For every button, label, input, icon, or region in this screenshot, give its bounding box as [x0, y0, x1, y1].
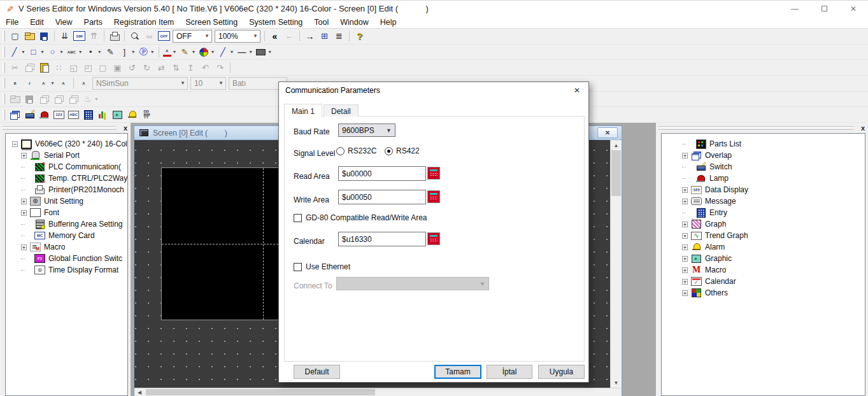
- tree-item-switch[interactable]: Switch: [662, 161, 865, 173]
- save-file-button[interactable]: [37, 29, 52, 43]
- vertical-scroll-thumb[interactable]: [611, 150, 621, 196]
- expand-toggle[interactable]: +: [682, 222, 688, 227]
- lamp-parts-button[interactable]: [37, 108, 52, 122]
- tab-detail[interactable]: Detail: [324, 104, 359, 117]
- help-button[interactable]: ?: [352, 29, 367, 43]
- italic-button[interactable]: I: [22, 76, 37, 90]
- off-toggle-button[interactable]: OFF: [157, 29, 171, 43]
- tree-item-others[interactable]: +Others: [662, 287, 865, 299]
- toolbar-drag-handle[interactable]: [3, 46, 5, 57]
- left-panel-gripper[interactable]: [3, 126, 117, 130]
- tree-item-macro[interactable]: +MMacro: [662, 264, 865, 276]
- dropdown-arrow-icon[interactable]: ▼: [267, 50, 272, 54]
- ok-button[interactable]: Tamam: [434, 365, 481, 379]
- dropdown-arrow-icon[interactable]: ▼: [78, 50, 83, 54]
- graphic-parts-button[interactable]: [110, 108, 125, 122]
- off-mode-select[interactable]: OFF▼: [173, 30, 212, 43]
- vertical-scroll-track[interactable]: [611, 196, 622, 378]
- expand-toggle[interactable]: +: [682, 153, 688, 159]
- dropdown-arrow-icon[interactable]: ▼: [192, 50, 196, 54]
- calendar-input[interactable]: $u16330: [338, 232, 426, 246]
- restore-button[interactable]: [809, 1, 839, 17]
- close-button[interactable]: ✕: [839, 1, 868, 17]
- fill-type-button[interactable]: ▼: [254, 45, 273, 59]
- menu-parts[interactable]: Parts: [78, 17, 108, 28]
- dropdown-arrow-icon[interactable]: ▼: [50, 81, 55, 85]
- tree-item-unit-setting[interactable]: +Unit Setting: [6, 195, 127, 207]
- apply-button[interactable]: Uygula: [538, 365, 585, 379]
- scroll-down-button[interactable]: ▼: [611, 378, 622, 388]
- draw-rect-button[interactable]: □▼: [27, 45, 46, 59]
- tree-item-alarm[interactable]: +Alarm: [662, 241, 865, 253]
- rs232c-radio-circle[interactable]: [336, 147, 345, 155]
- dropdown-arrow-icon[interactable]: ▼: [40, 50, 45, 54]
- tree-item-lamp[interactable]: Lamp: [662, 173, 865, 184]
- download-to-unit-button[interactable]: ⇊: [57, 29, 72, 43]
- tree-item-font[interactable]: +Font: [6, 207, 127, 218]
- open-file-button[interactable]: [22, 29, 37, 43]
- gd80-checkbox[interactable]: [294, 214, 302, 222]
- expand-toggle[interactable]: +: [682, 244, 688, 250]
- tree-item-entry[interactable]: Entry: [662, 207, 865, 218]
- scale-tool-button[interactable]: ]▼: [118, 45, 137, 59]
- simulator-button[interactable]: SIM: [72, 29, 87, 43]
- new-file-button[interactable]: ▢: [8, 29, 22, 43]
- toolbar-drag-handle[interactable]: [3, 94, 5, 104]
- right-panel-gripper[interactable]: [658, 126, 854, 130]
- expand-toggle[interactable]: +: [682, 187, 688, 193]
- tree-item-global-function-switc[interactable]: F1Global Function Switc: [6, 253, 127, 264]
- toolbar-drag-handle[interactable]: [3, 110, 5, 120]
- paste-button[interactable]: [37, 60, 52, 74]
- dialog-close-button[interactable]: ✕: [572, 85, 582, 95]
- collapse-toggle[interactable]: −: [12, 141, 18, 147]
- menu-edit[interactable]: Edit: [24, 17, 50, 28]
- tree-item-plc-communication[interactable]: PLC Communication(: [6, 161, 127, 173]
- switch-parts-button[interactable]: [22, 108, 37, 122]
- p-mark-button[interactable]: Ⓟ▼: [137, 45, 156, 59]
- environment-select-button[interactable]: [233, 60, 248, 74]
- draw-circle-button[interactable]: ○▼: [46, 45, 65, 59]
- tree-item-printer-pr201monoch[interactable]: Printer(PR201Monoch: [6, 184, 127, 195]
- message-parts-button[interactable]: ABC: [66, 108, 81, 122]
- draw-text-button[interactable]: ABC▼: [65, 45, 84, 59]
- expand-toggle[interactable]: +: [682, 199, 688, 204]
- dropdown-arrow-icon[interactable]: ▼: [97, 50, 102, 54]
- expand-toggle[interactable]: +: [682, 233, 688, 239]
- print-button[interactable]: [107, 29, 122, 43]
- entry-parts-button[interactable]: [81, 108, 96, 122]
- gd80-checkbox-row[interactable]: GD-80 Compatible Read/Write Area: [294, 213, 427, 222]
- expand-toggle[interactable]: +: [682, 267, 688, 273]
- menu-file[interactable]: File: [0, 17, 24, 28]
- use-ethernet-checkbox[interactable]: [294, 263, 302, 271]
- horizontal-scroll-thumb[interactable]: [146, 389, 375, 395]
- tree-item-calendar[interactable]: +Calendar: [662, 276, 865, 287]
- toolbar-drag-handle[interactable]: [3, 78, 5, 88]
- calendar-address-button[interactable]: [427, 232, 440, 245]
- horizontal-scrollbar[interactable]: ◀: [134, 388, 622, 396]
- menu-view[interactable]: View: [50, 17, 78, 28]
- tree-item-trend-graph[interactable]: +∿Trend Graph: [662, 230, 865, 241]
- screen-edit-close-button[interactable]: ✕: [597, 127, 618, 138]
- scroll-left-button[interactable]: ◀: [134, 390, 145, 395]
- expand-toggle[interactable]: +: [21, 199, 27, 204]
- right-panel-close-button[interactable]: x: [861, 124, 865, 132]
- expand-toggle[interactable]: +: [21, 153, 27, 159]
- pen-color-button[interactable]: ✎▼: [178, 45, 197, 59]
- expand-toggle[interactable]: +: [21, 210, 27, 216]
- menu-tool[interactable]: Tool: [308, 17, 334, 28]
- paint-edit-button[interactable]: ✎: [103, 45, 118, 59]
- screen-list-button[interactable]: ⊞: [317, 29, 332, 43]
- item-list-button[interactable]: ≣: [332, 29, 346, 43]
- char-color-button[interactable]: A▼: [162, 45, 178, 59]
- bold-button[interactable]: B: [8, 76, 22, 90]
- line-color-button[interactable]: ╱▼: [216, 45, 235, 59]
- use-ethernet-checkbox-row[interactable]: Use Ethernet: [294, 262, 350, 271]
- draw-dot-button[interactable]: •▼: [84, 45, 103, 59]
- radio-rs232c[interactable]: RS232C: [336, 146, 376, 155]
- dropdown-arrow-icon[interactable]: ▼: [131, 50, 136, 54]
- default-button[interactable]: Default: [294, 365, 340, 379]
- expand-toggle[interactable]: +: [682, 279, 688, 285]
- dropdown-arrow-icon[interactable]: ▼: [210, 50, 215, 54]
- expand-toggle[interactable]: +: [682, 256, 688, 262]
- dropdown-arrow-icon[interactable]: ▼: [150, 50, 155, 54]
